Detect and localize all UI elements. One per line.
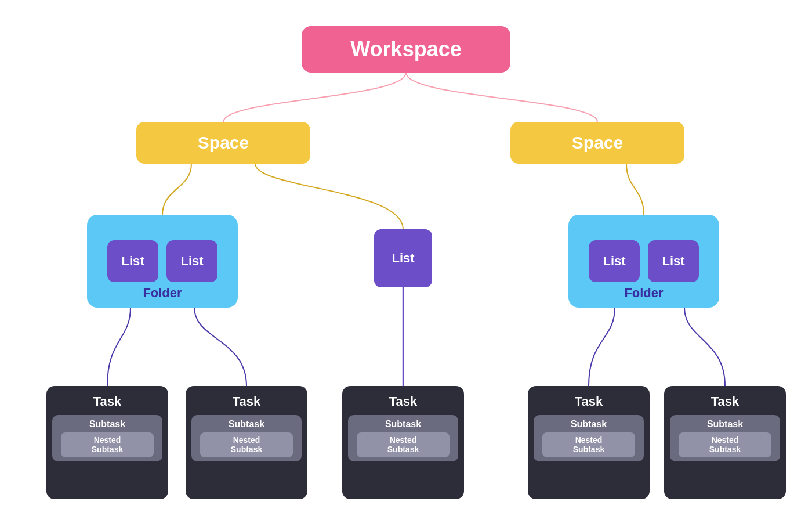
list-box-4: List: [648, 240, 699, 282]
task-2-nested-box: NestedSubtask: [200, 432, 293, 458]
task-4-subtask-label: Subtask: [571, 419, 607, 430]
task-1-nested-label: NestedSubtask: [92, 435, 123, 455]
task-5-subtask-box: Subtask NestedSubtask: [670, 415, 780, 462]
list-box-1: List: [107, 240, 158, 282]
task-3-subtask-box: Subtask NestedSubtask: [348, 415, 458, 462]
task-3-nested-box: NestedSubtask: [357, 432, 449, 458]
task-3-subtask-label: Subtask: [385, 419, 421, 430]
workspace-node: Workspace: [302, 26, 510, 73]
hierarchy-diagram: Workspace Space Space List List Folder L…: [29, 9, 783, 508]
standalone-list-node: List: [374, 229, 432, 287]
space-right-node: Space: [510, 122, 684, 164]
folder-right-label: Folder: [624, 286, 663, 301]
folder-right-lists: List List: [589, 240, 699, 282]
folder-left-lists: List List: [107, 240, 217, 282]
task-5-nested-box: NestedSubtask: [679, 432, 771, 458]
task-5-title: Task: [711, 394, 740, 409]
task-node-1: Task Subtask NestedSubtask: [46, 386, 168, 499]
task-4-title: Task: [575, 394, 603, 409]
task-2-title: Task: [233, 394, 261, 409]
task-1-subtask-label: Subtask: [89, 419, 125, 430]
task-node-2: Task Subtask NestedSubtask: [186, 386, 307, 499]
task-4-nested-box: NestedSubtask: [542, 432, 635, 458]
folder-left-node: List List Folder: [87, 215, 238, 308]
task-4-nested-label: NestedSubtask: [573, 435, 604, 455]
list-box-2: List: [166, 240, 217, 282]
folder-right-node: List List Folder: [568, 215, 719, 308]
task-5-subtask-label: Subtask: [707, 419, 743, 430]
task-5-nested-label: NestedSubtask: [709, 435, 741, 455]
task-3-title: Task: [389, 394, 418, 409]
task-1-nested-box: NestedSubtask: [61, 432, 154, 458]
folder-left-label: Folder: [143, 286, 182, 301]
task-2-nested-label: NestedSubtask: [231, 435, 262, 455]
space-left-node: Space: [136, 122, 310, 164]
task-3-nested-label: NestedSubtask: [387, 435, 419, 455]
task-1-subtask-box: Subtask NestedSubtask: [52, 415, 162, 462]
task-1-title: Task: [93, 394, 122, 409]
list-box-3: List: [589, 240, 640, 282]
task-node-3: Task Subtask NestedSubtask: [342, 386, 464, 499]
task-node-4: Task Subtask NestedSubtask: [528, 386, 650, 499]
task-2-subtask-box: Subtask NestedSubtask: [191, 415, 302, 462]
task-4-subtask-box: Subtask NestedSubtask: [534, 415, 644, 462]
task-node-5: Task Subtask NestedSubtask: [664, 386, 786, 499]
task-2-subtask-label: Subtask: [229, 419, 264, 430]
